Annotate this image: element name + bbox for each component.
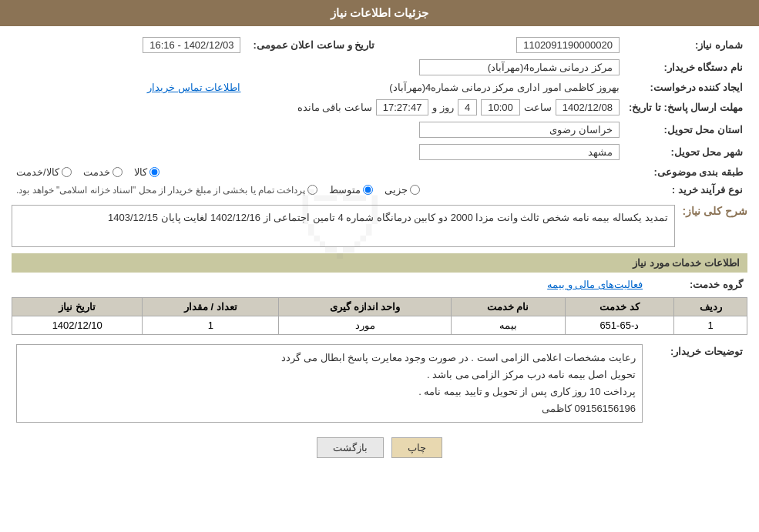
category-label: طبقه بندی موضوعی: — [624, 163, 747, 181]
bottom-buttons: چاپ بازگشت — [12, 437, 747, 458]
response-remaining-label: ساعت باقی مانده — [297, 102, 372, 113]
group-value[interactable]: فعالیت‌های مالی و بیمه — [547, 279, 643, 290]
col-qty: تعداد / مقدار — [143, 298, 279, 316]
response-date: 1402/12/08 — [556, 99, 620, 115]
col-unit: واحد اندازه گیری — [279, 298, 451, 316]
buyer-notes-label: توضیحات خریدار: — [647, 341, 747, 426]
process-radio-group: پرداخت تمام یا بخشی از مبلغ خریدار از مح… — [16, 184, 620, 196]
response-remaining: 17:27:47 — [376, 99, 429, 115]
description-title: شرح کلی نیاز: — [683, 205, 747, 217]
need-number-value: 1102091190000020 — [516, 37, 620, 53]
info-table: شماره نیاز: 1102091190000020 تاریخ و ساع… — [12, 34, 747, 199]
description-text: تمدید یکساله بیمه نامه شخص ثالث وانت مزد… — [108, 212, 668, 223]
buyer-org-label: نام دستگاه خریدار: — [624, 56, 747, 79]
category-option-kala-khadamat[interactable]: کالا/خدمت — [16, 166, 72, 178]
province-value: خراسان رضوی — [419, 122, 620, 138]
back-button[interactable]: بازگشت — [317, 437, 384, 458]
contact-link[interactable]: اطلاعات تماس خریدار — [147, 82, 240, 93]
group-label: گروه خدمت: — [647, 276, 747, 293]
col-name: نام خدمت — [451, 298, 565, 316]
response-time: 10:00 — [481, 99, 520, 115]
announce-value: 1402/12/03 - 16:16 — [143, 37, 240, 53]
response-day-label: روز و — [432, 102, 454, 113]
category-option-khadamat[interactable]: خدمت — [83, 166, 123, 178]
col-date: تاریخ نیاز — [12, 298, 143, 316]
col-row: ردیف — [674, 298, 747, 316]
response-deadline-label: مهلت ارسال پاسخ: تا تاریخ: — [624, 96, 747, 119]
process-option-jozi[interactable]: جزیی — [385, 184, 420, 196]
response-days: 4 — [458, 99, 477, 115]
buyer-notes-section: توضیحات خریدار: رعایت مشخصات اعلامی الزا… — [12, 341, 747, 426]
response-deadline-row: 1402/12/08 ساعت 10:00 4 روز و 17:27:47 س… — [16, 99, 620, 115]
response-time-label: ساعت — [524, 102, 552, 113]
col-code: کد خدمت — [565, 298, 674, 316]
process-option-long[interactable]: پرداخت تمام یا بخشی از مبلغ خریدار از مح… — [16, 185, 317, 196]
process-label: نوع فرآیند خرید : — [624, 181, 747, 199]
city-value: مشهد — [419, 144, 620, 160]
creator-value: بهروز کاظمی امور اداری مرکز درمانی شماره… — [389, 82, 620, 93]
page-header: جزئیات اطلاعات نیاز — [0, 0, 759, 26]
category-radio-group: کالا/خدمت خدمت کالا — [16, 166, 620, 178]
category-option-kala[interactable]: کالا — [134, 166, 160, 178]
description-section: شرح کلی نیاز: 🛡 تمدید یکساله بیمه نامه ش… — [12, 205, 747, 247]
creator-label: ایجاد کننده درخواست: — [624, 79, 747, 96]
buyer-org-value: مرکز درمانی شماره4(مهرآباد) — [419, 59, 620, 75]
province-label: استان محل تحویل: — [624, 119, 747, 141]
city-label: شهر محل تحویل: — [624, 141, 747, 163]
table-row: 1د-65-651بیمهمورد11402/12/10 — [12, 316, 747, 335]
announce-label: تاریخ و ساعت اعلان عمومی: — [245, 34, 379, 56]
process-option-motavaset[interactable]: متوسط — [329, 184, 373, 196]
buyer-notes-text: رعایت مشخصات اعلامی الزامی است . در صورت… — [16, 344, 643, 423]
page-title: جزئیات اطلاعات نیاز — [331, 6, 428, 19]
services-table: ردیف کد خدمت نام خدمت واحد اندازه گیری ت… — [12, 297, 747, 335]
description-box: 🛡 تمدید یکساله بیمه نامه شخص ثالث وانت م… — [12, 205, 675, 247]
services-title: اطلاعات خدمات مورد نیاز — [12, 253, 747, 273]
print-button[interactable]: چاپ — [391, 437, 442, 458]
services-section: اطلاعات خدمات مورد نیاز گروه خدمت: فعالی… — [12, 253, 747, 335]
need-number-label: شماره نیاز: — [624, 34, 747, 56]
